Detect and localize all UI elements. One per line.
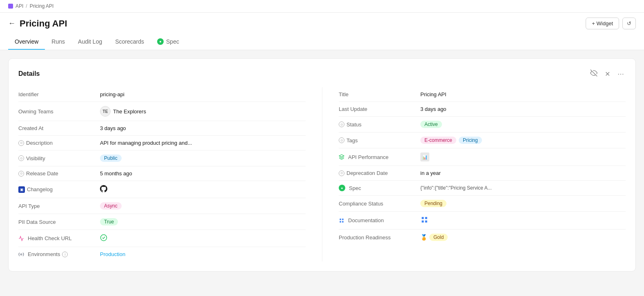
tag-pricing: Pricing (459, 137, 482, 144)
label-api-performance: API Performance (339, 154, 420, 160)
card-title: Details (18, 70, 40, 77)
value-pii: True (100, 218, 306, 225)
value-spec: {"info":{"title":"Pricing Service A... (420, 185, 626, 191)
badge-true: True (100, 218, 118, 225)
card-header: Details ✕ ⋯ (18, 68, 626, 79)
value-created-at: 3 days ago (100, 125, 306, 131)
row-title: Title Pricing API (339, 87, 626, 102)
row-api-performance: API Performance 📊 (339, 148, 626, 166)
tab-runs-label: Runs (51, 38, 65, 45)
value-documentation (420, 216, 626, 225)
left-column: Identifier pricing-api Owning Teams TE T… (18, 87, 322, 261)
row-compliance-status: Compliance Status Pending (339, 196, 626, 212)
value-health-check (100, 234, 306, 243)
value-last-update: 3 days ago (420, 106, 626, 112)
page-title-area: ← Pricing API (8, 18, 67, 29)
row-description: ⊙ Description API for managing product p… (18, 136, 306, 150)
value-title: Pricing API (420, 91, 626, 97)
label-owning-teams: Owning Teams (18, 108, 100, 115)
details-grid: Identifier pricing-api Owning Teams TE T… (18, 87, 626, 261)
details-card: Details ✕ ⋯ Identifier pricing-api Ownin… (8, 58, 636, 272)
label-tags: ⊙ Tags (339, 137, 420, 144)
row-health-check: Health Check URL (18, 230, 306, 247)
spec-label-icon: ● (339, 185, 345, 191)
tab-scorecards-label: Scorecards (115, 38, 144, 45)
row-owning-teams: Owning Teams TE The Explorers (18, 102, 306, 121)
tab-scorecards[interactable]: Scorecards (109, 34, 151, 50)
value-tags: E-commerce Pricing (420, 137, 626, 144)
main-content: Details ✕ ⋯ Identifier pricing-api Ownin… (0, 50, 644, 280)
row-environments: Environments i Production (18, 247, 306, 261)
value-status: Active (420, 121, 626, 128)
badge-public: Public (100, 155, 122, 162)
team-avatar: TE (100, 106, 111, 117)
svg-point-1 (101, 235, 107, 241)
label-release-date: ⊙ Release Date (18, 170, 100, 177)
description-icon: ⊙ (18, 140, 24, 146)
value-environments[interactable]: Production (100, 251, 306, 257)
label-status: ⊙ Status (339, 121, 420, 128)
value-api-performance: 📊 (420, 152, 626, 161)
value-production-readiness: 🏅 Gold (420, 234, 626, 241)
widget-button[interactable]: + Widget (586, 18, 619, 29)
badge-active: Active (420, 121, 442, 128)
label-documentation: Documentation (339, 217, 420, 223)
api-breadcrumb-icon (8, 4, 13, 9)
row-documentation: Documentation (339, 212, 626, 230)
label-last-update: Last Update (339, 106, 420, 112)
row-deprecation-date: ⊙ Deprecation Date in a year (339, 166, 626, 181)
tab-spec[interactable]: ● Spec (151, 34, 186, 50)
back-button[interactable]: ← (8, 19, 16, 28)
spec-tab-icon: ● (157, 38, 164, 45)
row-changelog: ▣ Changelog (18, 181, 306, 198)
value-description: API for managing product pricing and... (100, 140, 306, 146)
status-icon: ⊙ (339, 121, 344, 127)
badge-async: Async (100, 202, 122, 210)
value-compliance-status: Pending (420, 200, 626, 207)
label-title: Title (339, 91, 420, 97)
badge-pending: Pending (420, 200, 446, 207)
row-last-update: Last Update 3 days ago (339, 102, 626, 117)
breadcrumb: API / Pricing API (0, 0, 644, 13)
label-visibility: ⊙ Visibility (18, 155, 100, 161)
right-column: Title Pricing API Last Update 3 days ago… (322, 87, 626, 261)
deprecation-icon: ⊙ (339, 170, 344, 176)
more-icon[interactable]: ⋯ (616, 69, 626, 79)
breadcrumb-current: Pricing API (30, 3, 54, 9)
row-spec: ● Spec {"info":{"title":"Pricing Service… (339, 181, 626, 196)
breadcrumb-sep: / (26, 3, 27, 9)
card-actions: ✕ ⋯ (588, 68, 626, 79)
label-identifier: Identifier (18, 91, 100, 97)
environments-info-icon[interactable]: i (62, 252, 68, 257)
label-health-check: Health Check URL (18, 235, 100, 241)
badge-gold: Gold (429, 234, 448, 241)
breadcrumb-api[interactable]: API (16, 3, 23, 9)
team-name: The Explorers (113, 108, 146, 115)
close-icon[interactable]: ✕ (603, 69, 612, 79)
value-deprecation-date: in a year (420, 170, 626, 176)
row-created-at: Created At 3 days ago (18, 121, 306, 136)
label-changelog: ▣ Changelog (18, 186, 100, 193)
value-identifier: pricing-api (100, 91, 306, 97)
header-actions: + Widget ↺ (586, 18, 636, 29)
value-release-date: 5 months ago (100, 170, 306, 177)
visibility-icon: ⊙ (18, 155, 24, 161)
changelog-icon: ▣ (18, 186, 25, 193)
row-pii: PII Data Source True (18, 214, 306, 230)
value-changelog[interactable] (100, 185, 306, 194)
tab-runs[interactable]: Runs (45, 34, 71, 50)
label-environments: Environments i (18, 251, 100, 257)
refresh-button[interactable]: ↺ (622, 18, 636, 29)
label-production-readiness: Production Readiness (339, 234, 420, 241)
svg-point-2 (20, 254, 22, 255)
label-description: ⊙ Description (18, 140, 100, 146)
tab-audit-log[interactable]: Audit Log (71, 34, 109, 50)
tags-icon: ⊙ (339, 137, 344, 143)
tab-overview-label: Overview (15, 38, 38, 45)
label-api-type: API Type (18, 203, 100, 209)
tab-overview[interactable]: Overview (8, 34, 45, 50)
page-title: Pricing API (20, 18, 67, 29)
hide-icon[interactable] (588, 68, 599, 79)
row-tags: ⊙ Tags E-commerce Pricing (339, 133, 626, 148)
tag-ecommerce: E-commerce (420, 137, 456, 144)
